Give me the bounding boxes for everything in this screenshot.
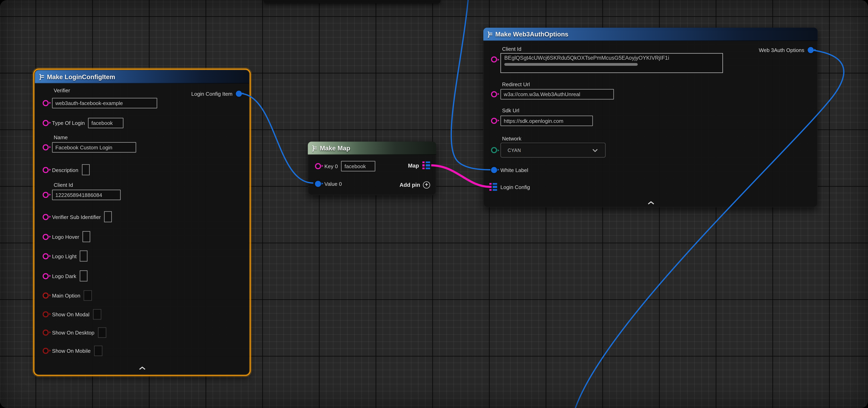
input-pin-value0[interactable] <box>315 180 321 186</box>
make-map-icon: }≡ <box>312 145 316 151</box>
wire-loginconfigitem-to-value0[interactable] <box>240 94 313 183</box>
network-selected-value: CYAN <box>507 147 521 153</box>
pin-label-show-on-desktop: Show On Desktop <box>52 329 94 335</box>
input-pin-client-id[interactable] <box>42 192 49 198</box>
key0-field[interactable] <box>341 161 375 171</box>
logo-hover-field[interactable] <box>83 231 90 242</box>
input-pin-type-of-login[interactable] <box>42 120 49 126</box>
blueprint-graph-canvas[interactable]: }= Make LoginConfigItem Login Config Ite… <box>0 0 868 408</box>
logo-light-field[interactable] <box>80 250 88 262</box>
verifier-field[interactable] <box>52 98 157 108</box>
type-of-login-field[interactable] <box>88 117 124 128</box>
plus-circle-icon: + <box>423 181 430 189</box>
verifier-sub-identifier-field[interactable] <box>104 211 112 223</box>
pin-label-network: Network <box>502 135 521 141</box>
name-field[interactable] <box>52 142 136 152</box>
input-pin-show-on-mobile[interactable] <box>42 347 49 353</box>
node-make-map[interactable]: }≡ Make Map Key 0 Map Value 0 Add pin <box>308 141 436 195</box>
field-horizontal-scrollbar[interactable] <box>504 63 719 66</box>
output-row-login-config-item: Login Config Item <box>191 88 242 99</box>
input-pin-logo-hover[interactable] <box>42 234 49 240</box>
pin-label-key0: Key 0 <box>324 163 338 169</box>
pin-label-name: Name <box>54 134 68 140</box>
pin-label-white-label: White Label <box>500 167 528 173</box>
collapse-chevron-icon[interactable] <box>139 362 146 372</box>
node-make-loginconfigitem[interactable]: }= Make LoginConfigItem Login Config Ite… <box>35 70 249 374</box>
client-id-field[interactable]: BEglQSgt4cUWcj6SKRdu5QkOXTsePmMcusG5EAoy… <box>500 53 723 73</box>
input-pin-key0[interactable] <box>315 163 321 169</box>
add-pin-button[interactable]: Add pin + <box>400 179 430 190</box>
node-header[interactable]: }≡ Make Map <box>308 141 436 155</box>
description-field[interactable] <box>82 164 89 175</box>
input-pin-redirect-url[interactable] <box>491 91 497 97</box>
wire-map-to-loginconfig[interactable] <box>431 165 490 187</box>
show-on-desktop-checkbox[interactable] <box>98 327 106 338</box>
input-pin-description[interactable] <box>42 167 49 173</box>
pin-label-logo-dark: Logo Dark <box>52 273 76 279</box>
node-title: Make Map <box>320 144 350 151</box>
network-dropdown[interactable]: CYAN <box>500 143 606 158</box>
input-pin-main-option[interactable] <box>42 292 49 298</box>
input-pin-login-config[interactable] <box>489 183 497 191</box>
make-struct-icon: }= <box>39 73 43 80</box>
pin-label-type-of-login: Type Of Login <box>52 120 85 126</box>
pin-label-show-on-modal: Show On Modal <box>52 311 90 317</box>
chevron-down-icon <box>592 148 598 152</box>
pin-label-main-option: Main Option <box>52 292 81 298</box>
client-id-text: BEglQSgt4cUWcj6SKRdu5QkOXTsePmMcusG5EAoy… <box>504 55 719 61</box>
input-pin-verifier[interactable] <box>42 100 49 106</box>
output-pin-map[interactable] <box>423 161 430 169</box>
redirect-url-field[interactable] <box>500 89 614 99</box>
node-header[interactable]: }= Make LoginConfigItem <box>35 70 249 83</box>
input-pin-client-id[interactable] <box>491 57 497 63</box>
node-header[interactable]: }= Make Web3AuthOptions <box>483 28 817 41</box>
offscreen-node-partial[interactable] <box>264 0 440 3</box>
input-pin-verifier-sub-identifier[interactable] <box>42 214 49 220</box>
output-pin-login-config-item[interactable] <box>236 91 242 97</box>
main-option-checkbox[interactable] <box>84 290 92 301</box>
input-pin-logo-light[interactable] <box>42 253 49 259</box>
output-pin-web3auth-options[interactable] <box>808 47 814 53</box>
pin-label-verifier: Verifier <box>54 88 70 94</box>
client-id-field[interactable] <box>52 190 121 200</box>
show-on-mobile-checkbox[interactable] <box>94 345 102 356</box>
pin-label-logo-light: Logo Light <box>52 253 76 259</box>
pin-label-value0: Value 0 <box>324 180 342 186</box>
pin-label-description: Description <box>52 167 79 173</box>
pin-label-redirect-url: Redirect Url <box>502 81 530 88</box>
pin-label-logo-hover: Logo Hover <box>52 234 79 240</box>
make-struct-icon: }= <box>488 31 492 37</box>
output-pin-label: Login Config Item <box>191 91 232 97</box>
add-pin-label: Add pin <box>400 182 420 188</box>
input-pin-name[interactable] <box>42 144 49 150</box>
input-pin-logo-dark[interactable] <box>42 273 49 279</box>
input-pin-sdk-url[interactable] <box>491 117 497 124</box>
input-pin-show-on-desktop[interactable] <box>42 329 49 335</box>
pin-label-login-config: Login Config <box>500 184 530 190</box>
input-pin-white-label[interactable] <box>491 167 497 173</box>
pin-label-client-id: Client Id <box>502 46 521 52</box>
output-pin-label: Web 3Auth Options <box>759 47 804 53</box>
pin-label-client-id: Client Id <box>54 182 73 188</box>
input-pin-show-on-modal[interactable] <box>42 311 49 317</box>
pin-label-verifier-sub-identifier: Verifier Sub Identifier <box>52 214 101 220</box>
collapse-chevron-icon[interactable] <box>648 197 654 207</box>
pin-label-show-on-mobile: Show On Mobile <box>52 347 91 353</box>
input-pin-network[interactable] <box>491 147 497 153</box>
node-title: Make Web3AuthOptions <box>495 31 568 37</box>
logo-dark-field[interactable] <box>80 270 87 281</box>
show-on-modal-checkbox[interactable] <box>93 309 101 319</box>
sdk-url-field[interactable] <box>500 115 593 126</box>
node-make-web3authoptions[interactable]: }= Make Web3AuthOptions Web 3Auth Option… <box>483 28 817 207</box>
node-title: Make LoginConfigItem <box>47 73 115 80</box>
pin-label-sdk-url: Sdk Url <box>502 107 519 113</box>
output-pin-label: Map <box>408 162 419 168</box>
